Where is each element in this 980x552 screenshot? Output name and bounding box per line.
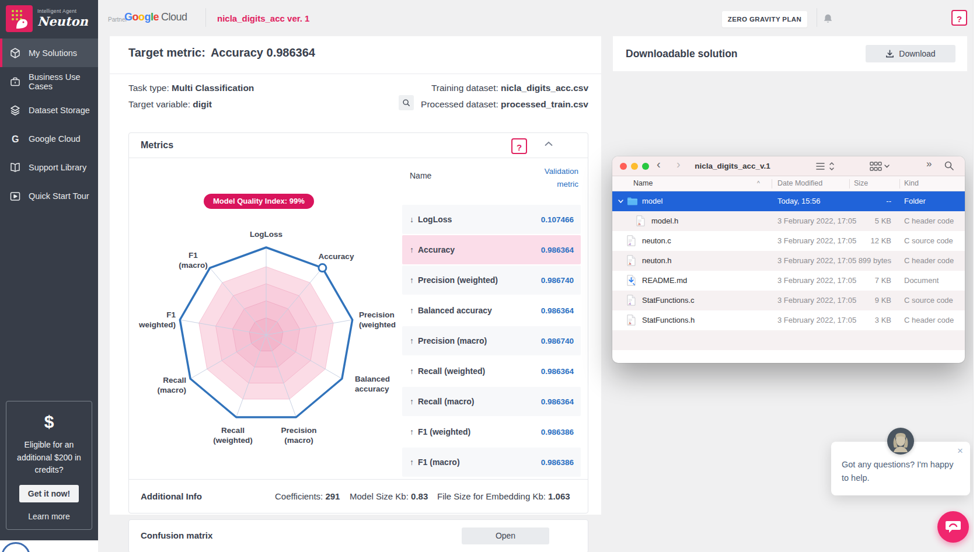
confusion-matrix-title: Confusion matrix	[141, 520, 212, 551]
google-letter: o	[132, 11, 139, 23]
sidebar-item-business-use-cases[interactable]: Business Use Cases	[0, 67, 98, 96]
column-separator[interactable]	[849, 179, 850, 188]
file-row-neuton-h[interactable]: .h neuton.h 3 February 2022, 17:05 899 b…	[612, 251, 965, 271]
training-dataset-value: nicla_digits_acc.csv	[501, 83, 588, 93]
column-kind[interactable]: Kind	[904, 176, 919, 191]
metric-row-precision-weighted[interactable]: ↑Precision (weighted) 0.986740	[402, 265, 581, 295]
file-row-model[interactable]: model Today, 15:56 -- Folder	[612, 191, 965, 211]
file-kind: C header code	[904, 211, 954, 231]
help-button[interactable]: ?	[951, 10, 967, 26]
file-kind: C source code	[904, 231, 953, 251]
column-separator[interactable]	[899, 179, 900, 188]
sidebar-item-label: Support Library	[29, 163, 86, 172]
sidebar-item-support-library[interactable]: Support Library	[0, 153, 98, 181]
axis-label: Recall	[221, 426, 245, 435]
disclosure-chevron-icon[interactable]	[618, 200, 623, 203]
metric-row-precision-macro[interactable]: ↑Precision (macro) 0.986740	[402, 326, 581, 355]
metric-name: LogLoss	[418, 215, 452, 224]
metrics-panel-header: Metrics ?	[129, 133, 588, 158]
column-header-validation-metric[interactable]: Validation metric	[545, 165, 578, 191]
metric-row-logloss[interactable]: ↓LogLoss 0.107466	[402, 205, 581, 234]
dataset-search-button[interactable]	[399, 95, 414, 110]
group-view-icon[interactable]	[869, 160, 890, 172]
metric-row-recall-weighted[interactable]: ↑Recall (weighted) 0.986364	[402, 357, 581, 386]
confusion-matrix-card: Confusion matrix Open	[128, 519, 588, 552]
neuton-logo-mark-icon	[6, 5, 33, 32]
column-header-name[interactable]: Name	[410, 171, 431, 180]
file-name: model	[642, 191, 662, 211]
metric-value: 0.986364	[541, 246, 574, 254]
collapse-chevron-up-icon[interactable]	[545, 141, 553, 146]
file-row-statfunctions-h[interactable]: .h StatFunctions.h 3 February 2022, 17:0…	[612, 310, 965, 330]
open-confusion-matrix-button[interactable]: Open	[462, 527, 549, 544]
axis-label: (macro)	[157, 386, 186, 394]
column-header-line: Validation	[545, 165, 578, 178]
empty-row-stripe	[612, 330, 965, 350]
metric-row-recall-macro[interactable]: ↑Recall (macro) 0.986364	[402, 387, 581, 416]
file-row-neuton-c[interactable]: .c neuton.c 3 February 2022, 17:05 12 KB…	[612, 231, 965, 251]
metric-row-accuracy-highlighted[interactable]: ↑Accuracy 0.986364	[402, 235, 581, 264]
toolbar-overflow-icon[interactable]: »	[926, 158, 932, 170]
file-row-model-h[interactable]: .h model.h 3 February 2022, 17:05 5 KB C…	[612, 211, 965, 231]
sidebar-item-google-cloud[interactable]: G Google Cloud	[0, 124, 98, 153]
stat-label: Coefficients:	[275, 491, 323, 501]
minimize-window-button[interactable]	[631, 163, 638, 170]
page-scrollbar[interactable]	[973, 0, 980, 552]
back-button[interactable]: ‹	[657, 158, 661, 171]
target-variable-label: Target variable:	[128, 99, 190, 109]
metric-row-f1-macro[interactable]: ↑F1 (macro) 0.986386	[402, 448, 581, 477]
column-date-modified[interactable]: Date Modified	[777, 176, 822, 191]
plan-button[interactable]: ZERO GRAVITY PLAN	[722, 11, 807, 27]
stat-model-size: Model Size Kb: 0.83	[350, 480, 428, 513]
play-video-icon	[9, 190, 21, 202]
axis-label: (macro)	[179, 261, 208, 270]
layers-icon	[9, 104, 21, 116]
finder-column-headers: Name ^ Date Modified Size Kind	[612, 176, 965, 191]
file-size: 3 KB	[843, 310, 891, 330]
chat-launcher-button[interactable]	[937, 511, 969, 543]
close-window-button[interactable]	[620, 163, 627, 170]
metric-value: 0.986740	[541, 337, 574, 345]
sidebar-item-dataset-storage[interactable]: Dataset Storage	[0, 96, 98, 124]
maximize-window-button[interactable]	[642, 163, 649, 170]
column-size[interactable]: Size	[854, 176, 868, 191]
sidebar-item-quick-start-tour[interactable]: Quick Start Tour	[0, 181, 98, 210]
metric-name: Accuracy	[418, 245, 455, 254]
list-view-sort-icon[interactable]	[815, 160, 835, 172]
search-icon	[402, 99, 410, 107]
stat-label: Model Size Kb:	[350, 491, 409, 501]
metrics-table: Name Validation metric ↓LogLoss 0.107466…	[402, 158, 581, 479]
notifications-bell-icon[interactable]	[822, 13, 833, 25]
accuracy-marker	[319, 264, 326, 272]
file-row-readme-md[interactable]: README.md 3 February 2022, 17:05 7 KB Do…	[612, 271, 965, 291]
brand-tagline: Intelligent Agent	[37, 8, 76, 14]
metric-row-balanced-accuracy[interactable]: ↑Balanced accuracy 0.986364	[402, 296, 581, 325]
divider	[110, 74, 601, 74]
google-g-icon: G	[9, 133, 21, 145]
stat-value: 291	[325, 491, 340, 501]
download-button[interactable]: Download	[866, 45, 955, 62]
learn-more-link[interactable]: Learn more	[6, 512, 92, 521]
finder-search-icon[interactable]	[944, 160, 954, 171]
close-icon[interactable]: ×	[957, 445, 963, 457]
metric-value: 0.986364	[541, 367, 574, 376]
download-icon	[885, 50, 894, 58]
get-it-now-button[interactable]: Get it now!	[19, 485, 79, 502]
metric-name: Recall (weighted)	[418, 366, 485, 376]
sidebar-item-my-solutions[interactable]: My Solutions	[0, 39, 98, 67]
file-name: StatFunctions.c	[642, 291, 695, 310]
column-name[interactable]: Name	[633, 176, 653, 191]
topbar-divider	[205, 8, 206, 27]
neuton-logo-icon[interactable]	[6, 5, 33, 32]
column-separator[interactable]	[772, 179, 772, 188]
metric-row-f1-weighted[interactable]: ↑F1 (weighted) 0.986386	[402, 417, 581, 446]
metric-value: 0.986364	[541, 306, 574, 315]
metrics-help-button[interactable]: ?	[511, 138, 527, 154]
arrow-up-icon: ↑	[410, 336, 414, 345]
file-name: StatFunctions.h	[642, 310, 695, 330]
forward-button[interactable]: ›	[676, 158, 681, 171]
radar-chart: LogLoss Accuracy Precision (weighted Bal…	[135, 212, 403, 463]
file-row-statfunctions-c[interactable]: .c StatFunctions.c 3 February 2022, 17:0…	[612, 291, 965, 310]
file-markdown-icon	[627, 275, 636, 286]
file-kind: Document	[904, 271, 939, 291]
